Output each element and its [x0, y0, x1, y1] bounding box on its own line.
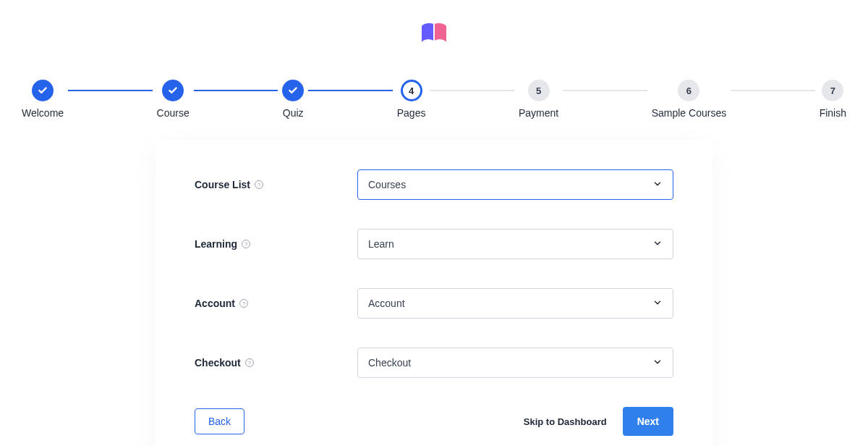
step-label: Quiz [283, 107, 304, 119]
card-footer: Back Skip to Dashboard Next [195, 407, 673, 436]
step-connector [68, 90, 153, 91]
step-connector [308, 90, 393, 91]
step-number: 7 [822, 80, 843, 101]
step-payment[interactable]: 5 Payment [519, 80, 558, 119]
step-label: Finish [820, 107, 846, 119]
skip-link[interactable]: Skip to Dashboard [524, 416, 607, 427]
step-number: 5 [528, 80, 550, 101]
field-label: Checkout [195, 357, 241, 369]
step-course[interactable]: Course [157, 80, 190, 119]
chevron-down-icon [652, 238, 663, 251]
select-value: Checkout [368, 357, 411, 369]
field-label: Course List [195, 179, 250, 190]
help-icon[interactable]: ? [239, 299, 248, 308]
logo [0, 22, 868, 51]
chevron-down-icon [652, 179, 663, 191]
form-row-learning: Learning ? Learn [195, 229, 673, 259]
step-label: Payment [519, 107, 558, 119]
check-icon [282, 80, 304, 101]
step-sample-courses[interactable]: 6 Sample Courses [652, 80, 727, 119]
select-value: Account [368, 298, 405, 309]
form-row-course-list: Course List ? Courses [195, 169, 673, 200]
learning-select[interactable]: Learn [357, 229, 673, 259]
chevron-down-icon [652, 298, 663, 310]
checkout-select[interactable]: Checkout [357, 348, 673, 378]
step-pages[interactable]: 4 Pages [397, 80, 426, 119]
step-label: Welcome [22, 107, 64, 119]
wizard-stepper: Welcome Course Quiz 4 Pages 5 Payment [0, 80, 868, 119]
chevron-down-icon [652, 357, 663, 369]
step-connector [194, 90, 278, 91]
form-row-checkout: Checkout ? Checkout [195, 348, 673, 378]
step-connector [563, 90, 647, 91]
next-button[interactable]: Next [623, 407, 673, 436]
help-icon[interactable]: ? [242, 240, 250, 248]
check-icon [162, 80, 184, 101]
step-connector [731, 90, 815, 91]
step-connector [430, 90, 514, 91]
back-button[interactable]: Back [195, 408, 244, 434]
select-value: Learn [368, 238, 394, 250]
step-label: Course [157, 107, 190, 119]
form-row-account: Account ? Account [195, 288, 673, 319]
step-label: Pages [397, 107, 426, 119]
step-quiz[interactable]: Quiz [282, 80, 304, 119]
course-list-select[interactable]: Courses [357, 169, 673, 200]
step-number: 6 [678, 80, 699, 101]
field-label: Learning [195, 238, 237, 250]
pages-form-card: Course List ? Courses Learning ? Lear [156, 140, 712, 446]
check-icon [32, 80, 54, 101]
step-number: 4 [401, 80, 422, 101]
step-welcome[interactable]: Welcome [22, 80, 64, 119]
help-icon[interactable]: ? [245, 358, 254, 367]
help-icon[interactable]: ? [255, 180, 263, 189]
field-label: Account [195, 298, 235, 309]
step-finish[interactable]: 7 Finish [820, 80, 846, 119]
step-label: Sample Courses [652, 107, 727, 119]
select-value: Courses [368, 179, 406, 190]
account-select[interactable]: Account [357, 288, 673, 319]
